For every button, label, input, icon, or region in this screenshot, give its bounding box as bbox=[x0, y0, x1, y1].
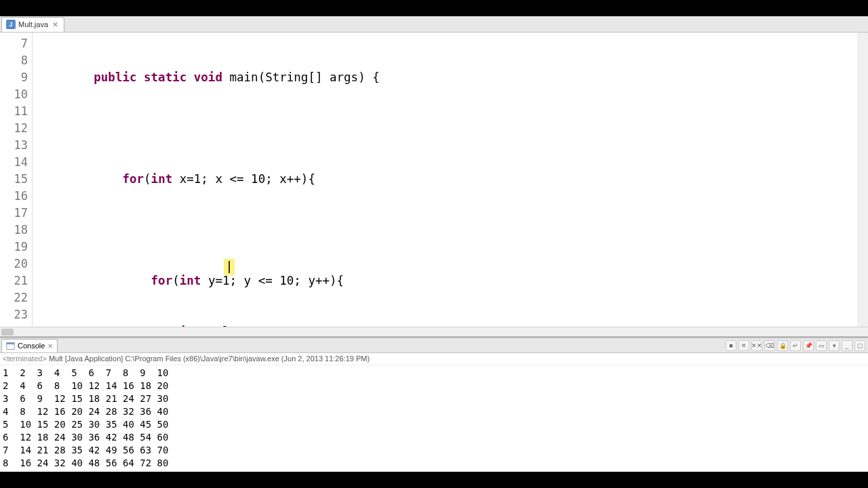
console-view: Console ✕ ■ ✕ ✕✕ ⌫ 🔒 ↵ 📌 ▭ ▾ _ ▢ <termin… bbox=[0, 336, 868, 472]
code-area[interactable]: public static void main(String[] args) {… bbox=[33, 33, 868, 327]
word-wrap-button[interactable]: ↵ bbox=[790, 340, 801, 351]
minimize-button[interactable]: _ bbox=[842, 340, 852, 351]
open-console-button[interactable]: ▾ bbox=[829, 340, 840, 351]
highlight-cursor-icon bbox=[224, 259, 235, 275]
terminate-button[interactable]: ■ bbox=[726, 340, 736, 351]
editor-scrollbar[interactable] bbox=[857, 33, 868, 327]
console-icon bbox=[6, 342, 15, 350]
editor-tabbar: J Mult.java ✕ bbox=[0, 16, 868, 33]
console-tab[interactable]: Console ✕ bbox=[1, 339, 58, 352]
console-status: <terminated> Mult [Java Application] C:\… bbox=[0, 353, 868, 365]
close-tab-icon[interactable]: ✕ bbox=[51, 20, 60, 29]
console-toolbar: ■ ✕ ✕✕ ⌫ 🔒 ↵ 📌 ▭ ▾ _ ▢ bbox=[726, 340, 868, 351]
clear-console-button[interactable]: ⌫ bbox=[764, 340, 775, 351]
remove-all-button[interactable]: ✕✕ bbox=[751, 340, 762, 351]
close-console-icon[interactable]: ✕ bbox=[47, 342, 53, 350]
ide-workspace: J Mult.java ✕ 7 8 9 10 11 12 13 14 15 16… bbox=[0, 16, 868, 472]
console-output[interactable]: 1 2 3 4 5 6 7 8 9 10 2 4 6 8 10 12 14 16… bbox=[0, 365, 868, 472]
display-selected-button[interactable]: ▭ bbox=[816, 340, 827, 351]
editor-tab-mult[interactable]: J Mult.java ✕ bbox=[1, 17, 64, 32]
tab-filename: Mult.java bbox=[18, 20, 48, 28]
pin-console-button[interactable]: 📌 bbox=[803, 340, 814, 351]
java-file-icon: J bbox=[6, 20, 16, 29]
line-number-gutter: 7 8 9 10 11 12 13 14 15 16 17 18 19 20 2… bbox=[0, 33, 33, 327]
editor-hscrollbar[interactable] bbox=[0, 327, 868, 336]
code-editor[interactable]: 7 8 9 10 11 12 13 14 15 16 17 18 19 20 2… bbox=[0, 33, 868, 327]
svg-rect-1 bbox=[7, 342, 14, 344]
scroll-lock-button[interactable]: 🔒 bbox=[777, 340, 788, 351]
remove-launch-button[interactable]: ✕ bbox=[738, 340, 749, 351]
maximize-button[interactable]: ▢ bbox=[854, 340, 865, 351]
console-tabbar: Console ✕ ■ ✕ ✕✕ ⌫ 🔒 ↵ 📌 ▭ ▾ _ ▢ bbox=[0, 338, 868, 353]
console-tab-label: Console bbox=[18, 342, 45, 350]
